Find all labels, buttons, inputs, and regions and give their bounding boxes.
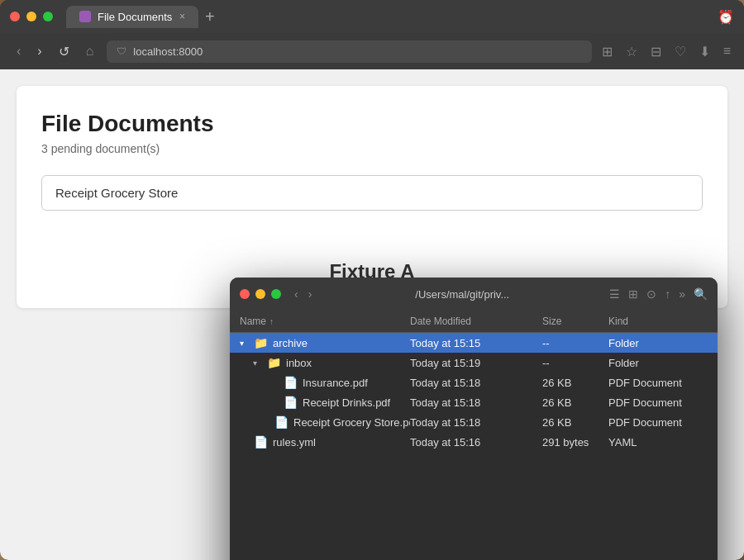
finder-list-view-icon[interactable]: ☰: [609, 287, 620, 301]
row-kind-archive: Folder: [608, 337, 708, 349]
expand-arrow-archive: ▾: [240, 339, 248, 348]
browser-minimize-button[interactable]: [26, 12, 36, 21]
row-date-drinks: Today at 15:18: [410, 396, 542, 409]
address-text: localhost:8000: [133, 45, 203, 58]
row-name-inbox: inbox: [286, 357, 312, 369]
finder-row-insurance[interactable]: 📄 Insurance.pdf Today at 15:18 26 KB PDF…: [230, 373, 718, 392]
title-bar: File Documents × + ⏰: [0, 0, 744, 33]
back-button[interactable]: ‹: [13, 40, 24, 62]
finder-window: ‹ › /Users/mal/git/priv... ☰ ⊞ ⊙ ↑ » 🔍 N…: [230, 278, 718, 560]
row-size-insurance: 26 KB: [542, 377, 608, 389]
grid-icon[interactable]: ⊞: [602, 44, 613, 59]
browser-maximize-button[interactable]: [43, 12, 53, 21]
header-kind[interactable]: Kind: [608, 316, 708, 327]
finder-action-icon[interactable]: ⊙: [646, 287, 656, 301]
row-size-inbox: --: [542, 357, 608, 369]
folder-icon-inbox: 📁: [266, 356, 281, 369]
browser-window: File Documents × + ⏰ ‹ › ↺ ⌂ 🛡 localhost…: [0, 0, 744, 560]
pdf-icon-drinks: 📄: [283, 396, 298, 409]
header-date-modified[interactable]: Date Modified: [410, 316, 542, 327]
row-name-archive: archive: [273, 337, 308, 349]
tab-bar: File Documents × +: [66, 6, 718, 28]
row-name-insurance: Insurance.pdf: [303, 377, 368, 389]
page-title: File Documents: [41, 111, 703, 137]
browser-close-button[interactable]: [10, 12, 20, 21]
finder-maximize-button[interactable]: [271, 289, 281, 299]
finder-minimize-button[interactable]: [255, 289, 265, 299]
header-size[interactable]: Size: [542, 316, 608, 327]
refresh-button[interactable]: ↺: [55, 40, 73, 63]
menu-icon[interactable]: ≡: [723, 44, 731, 59]
browser-traffic-lights: [10, 12, 53, 21]
nav-right-icons: ⊞ ☆ ⊟ ♡ ⬇ ≡: [602, 44, 731, 59]
home-button[interactable]: ⌂: [83, 40, 98, 62]
header-name[interactable]: Name ↑: [240, 316, 410, 327]
tab-close-button[interactable]: ×: [179, 11, 185, 22]
finder-forward-button[interactable]: ›: [305, 286, 316, 302]
row-date-rules: Today at 15:16: [410, 436, 542, 448]
alarm-icon: ⏰: [718, 9, 734, 25]
row-size-archive: --: [542, 337, 608, 349]
finder-nav: ‹ ›: [291, 286, 315, 302]
page-subtitle: 3 pending document(s): [41, 142, 703, 155]
nav-bar: ‹ › ↺ ⌂ 🛡 localhost:8000 ⊞ ☆ ⊟ ♡ ⬇ ≡: [0, 33, 744, 69]
tab-favicon: [79, 11, 91, 22]
finder-path: /Users/mal/git/priv...: [315, 288, 609, 301]
finder-search-icon[interactable]: 🔍: [694, 287, 708, 301]
folder-icon-archive: 📁: [253, 336, 268, 349]
finder-back-button[interactable]: ‹: [291, 286, 302, 302]
finder-row-receipt-grocery[interactable]: 📄 Receipt Grocery Store.pdf Today at 15:…: [230, 412, 718, 432]
row-kind-rules: YAML: [608, 436, 708, 448]
forward-button[interactable]: ›: [34, 40, 45, 62]
finder-share-icon[interactable]: ↑: [665, 287, 670, 301]
row-date-insurance: Today at 15:18: [410, 377, 542, 389]
layout-icon[interactable]: ⊟: [651, 44, 661, 59]
finder-row-archive[interactable]: ▾ 📁 archive Today at 15:15 -- Folder: [230, 333, 718, 353]
finder-row-receipt-drinks[interactable]: 📄 Receipt Drinks.pdf Today at 15:18 26 K…: [230, 392, 718, 412]
pdf-icon-insurance: 📄: [283, 376, 298, 389]
yaml-icon-rules: 📄: [253, 435, 268, 448]
shield-icon: 🛡: [117, 45, 126, 57]
row-size-drinks: 26 KB: [542, 396, 608, 409]
finder-grid-view-icon[interactable]: ⊞: [628, 287, 638, 301]
row-date-grocery: Today at 15:18: [410, 416, 542, 429]
row-name-grocery: Receipt Grocery Store.pdf: [293, 416, 410, 429]
row-name-rules: rules.yml: [273, 436, 316, 448]
bookmark-icon[interactable]: ☆: [626, 44, 637, 59]
finder-column-headers: Name ↑ Date Modified Size Kind: [230, 311, 718, 333]
row-size-grocery: 26 KB: [542, 416, 608, 429]
row-kind-inbox: Folder: [608, 357, 708, 369]
expand-arrow-inbox: ▾: [253, 358, 261, 368]
finder-row-rules[interactable]: 📄 rules.yml Today at 15:16 291 bytes YAM…: [230, 432, 718, 452]
finder-row-inbox[interactable]: ▾ 📁 inbox Today at 15:19 -- Folder: [230, 353, 718, 373]
row-size-rules: 291 bytes: [542, 436, 608, 448]
document-name-input[interactable]: [41, 175, 703, 211]
row-kind-drinks: PDF Document: [608, 396, 708, 409]
download-icon[interactable]: ⬇: [699, 44, 710, 59]
finder-title-bar: ‹ › /Users/mal/git/priv... ☰ ⊞ ⊙ ↑ » 🔍: [230, 278, 718, 311]
row-kind-insurance: PDF Document: [608, 377, 708, 389]
web-page: File Documents 3 pending document(s) Fix…: [17, 86, 727, 308]
row-kind-grocery: PDF Document: [608, 416, 708, 429]
tab-title: File Documents: [98, 11, 172, 23]
finder-traffic-lights: [240, 289, 281, 299]
address-bar[interactable]: 🛡 localhost:8000: [107, 40, 591, 63]
pdf-icon-grocery: 📄: [274, 415, 289, 429]
heart-icon[interactable]: ♡: [675, 44, 686, 59]
finder-more-icon[interactable]: »: [679, 287, 685, 301]
active-tab[interactable]: File Documents ×: [66, 6, 198, 28]
new-tab-button[interactable]: +: [205, 8, 215, 25]
finder-body: ▾ 📁 archive Today at 15:15 -- Folder ▾ 📁…: [230, 333, 718, 560]
row-date-inbox: Today at 15:19: [410, 357, 542, 369]
finder-close-button[interactable]: [240, 289, 250, 299]
row-date-archive: Today at 15:15: [410, 337, 542, 349]
browser-content: File Documents 3 pending document(s) Fix…: [0, 69, 744, 560]
sort-arrow: ↑: [269, 317, 274, 326]
row-name-drinks: Receipt Drinks.pdf: [303, 396, 390, 409]
finder-toolbar-right: ☰ ⊞ ⊙ ↑ » 🔍: [609, 287, 708, 301]
